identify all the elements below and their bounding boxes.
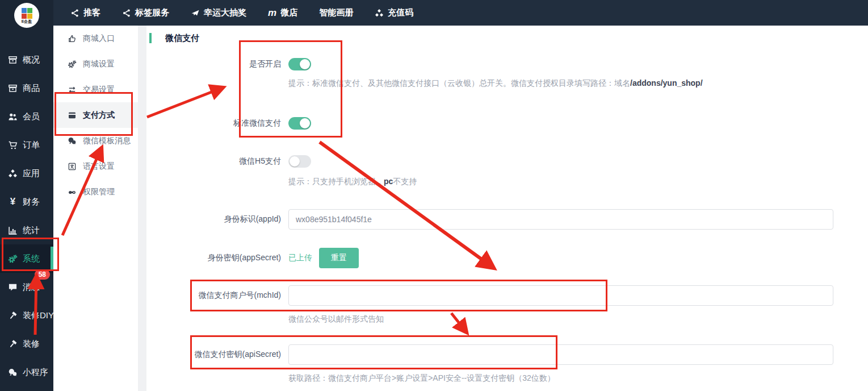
weidian-m-icon: m — [268, 8, 276, 18]
apisecret-hint: 获取路径：微信支付商户平台>账户设置>API安全--设置支付密钥（32位数） — [288, 373, 868, 384]
submenu-label: 权限管理 — [83, 187, 115, 197]
overview-icon — [8, 55, 18, 65]
topnav-tuike[interactable]: 推客 — [70, 7, 100, 18]
mall-entry-icon — [68, 34, 77, 43]
sidebar-item-apps[interactable]: 应用 — [0, 159, 53, 188]
trade-arrows-icon — [68, 85, 77, 94]
hint-text: 获取路径：微信支付商户平台>账户设置>API安全--设置支付密钥（32位数） — [288, 373, 555, 382]
sidebar-item-diy[interactable]: 装修DIY — [0, 301, 53, 330]
language-icon — [68, 162, 77, 171]
standard-pay-toggle[interactable] — [288, 117, 311, 130]
topnav-label: 微店 — [280, 7, 297, 18]
enable-toggle[interactable] — [288, 58, 311, 70]
reset-button[interactable]: 重置 — [319, 248, 359, 268]
standard-pay-row: 标准微信支付 — [146, 117, 868, 130]
topnav-weidian[interactable]: m 微店 — [268, 7, 297, 18]
sidebar-item-orders[interactable]: 订单 — [0, 131, 53, 159]
topnav-recharge-code[interactable]: 充值码 — [375, 7, 413, 18]
h5-pay-row: 微信H5支付 — [146, 155, 868, 168]
hint-text: 不支持 — [393, 177, 417, 186]
sidebar-menu: 概况 商品 会员 订单 应用 ¥ 财务 统计 系统 — [0, 45, 53, 386]
sidebar-item-decorate[interactable]: 装修 — [0, 330, 53, 358]
submenu-label: 语言设置 — [83, 161, 115, 172]
sidebar-item-finance[interactable]: ¥ 财务 — [0, 188, 53, 216]
hint-text: 提示：只支持手机浏览器， — [288, 177, 384, 186]
submenu-item-trade-settings[interactable]: 交易设置 — [53, 77, 138, 102]
mchid-input[interactable] — [288, 285, 833, 306]
toggle-knob — [290, 156, 300, 167]
submenu-label: 商城设置 — [83, 59, 115, 69]
page-title: 微信支付 — [146, 33, 868, 43]
sidebar-item-label: 消息 — [23, 282, 40, 293]
sidebar-item-label: 商品 — [23, 83, 40, 94]
mchid-label: 微信支付商户号(mchId) — [146, 290, 288, 301]
submenu-item-permission[interactable]: 权限管理 — [53, 179, 138, 205]
apps-icon — [8, 169, 18, 178]
main-content: 微信支付 是否开启 提示：标准微信支付、及其他微信支付接口（云收银）总开关。微信… — [146, 26, 868, 391]
toggle-knob — [300, 118, 310, 128]
submenu-label: 交易设置 — [83, 85, 115, 95]
miniprogram-wechat-icon — [8, 368, 18, 377]
topbar: 推客 标签服务 幸运大抽奖 m 微店 智能画册 充值码 — [53, 0, 868, 26]
appsecret-label: 身份密钥(appSecret) — [146, 253, 288, 263]
logo-text: E企盈 — [22, 19, 32, 23]
sidebar-item-label: 概况 — [23, 55, 40, 65]
goods-icon — [8, 84, 18, 93]
sidebar-item-label: 会员 — [23, 111, 40, 122]
diy-hammer-icon — [8, 311, 18, 321]
hint-strong-text: pc — [384, 177, 393, 186]
share-icon — [122, 9, 131, 18]
sidebar-item-label: 应用 — [23, 168, 40, 179]
secondary-sidebar: 商城入口 商城设置 交易设置 支付方式 微信模板消息 语言设置 权限管理 — [53, 26, 138, 391]
appid-input[interactable] — [288, 209, 833, 230]
mchid-hint: 微信公众号以邮件形式告知 — [288, 314, 868, 325]
sidebar-item-label: 装修DIY — [23, 310, 54, 321]
app-logo[interactable]: E企盈 — [14, 3, 39, 28]
hint-text: 微信公众号以邮件形式告知 — [288, 314, 384, 323]
sidebar-item-system[interactable]: 系统 — [0, 244, 53, 273]
sidebar-item-label: 小程序 — [23, 367, 48, 378]
finance-icon: ¥ — [8, 196, 18, 207]
h5-hint: 提示：只支持手机浏览器，pc不支持 — [288, 177, 868, 187]
submenu-label: 支付方式 — [83, 110, 115, 120]
h5-pay-label: 微信H5支付 — [146, 156, 288, 167]
submenu-item-language-settings[interactable]: 语言设置 — [53, 153, 138, 179]
topnav-tag-service[interactable]: 标签服务 — [122, 7, 169, 18]
appid-row: 身份标识(appId) — [146, 209, 868, 230]
sidebar-item-members[interactable]: 会员 — [0, 102, 53, 131]
page-title-text: 微信支付 — [165, 33, 199, 44]
system-gears-icon — [8, 254, 18, 264]
sidebar-item-label: 财务 — [23, 197, 40, 207]
sidebar-item-goods[interactable]: 商品 — [0, 74, 53, 102]
enable-label: 是否开启 — [146, 59, 288, 69]
submenu-item-mall-settings[interactable]: 商城设置 — [53, 51, 138, 77]
sidebar-item-miniprogram[interactable]: 小程序 — [0, 358, 53, 386]
topnav-smart-album[interactable]: 智能画册 — [319, 7, 353, 18]
title-accent-bar — [149, 33, 152, 43]
sidebar-item-label: 统计 — [23, 225, 40, 236]
appsecret-row: 身份密钥(appSecret) 已上传 重置 — [146, 248, 868, 268]
appid-label: 身份标识(appId) — [146, 214, 288, 224]
standard-pay-label: 标准微信支付 — [146, 118, 288, 128]
submenu-item-payment-methods[interactable]: 支付方式 — [53, 102, 138, 128]
h5-pay-toggle[interactable] — [288, 155, 311, 168]
submenu-item-wechat-template[interactable]: 微信模板消息 — [53, 128, 138, 153]
sidebar-item-stats[interactable]: 统计 — [0, 216, 53, 244]
sidebar-item-overview[interactable]: 概况 — [0, 45, 53, 74]
topnav-label: 幸运大抽奖 — [204, 7, 246, 18]
sidebar-item-messages[interactable]: 消息 58 — [0, 273, 53, 301]
sidebar-item-label: 系统 — [23, 253, 40, 264]
lottery-icon — [191, 9, 200, 18]
hint-text: 提示：标准微信支付、及其他微信支付接口（云收银）总开关。微信支付授权目录填写路径… — [288, 78, 630, 88]
recharge-icon — [375, 9, 384, 18]
topnav-label: 标签服务 — [135, 7, 169, 18]
enable-row: 是否开启 — [146, 58, 868, 70]
toggle-knob — [300, 59, 310, 69]
enable-hint: 提示：标准微信支付、及其他微信支付接口（云收银）总开关。微信支付授权目录填写路径… — [288, 78, 868, 89]
apisecret-input[interactable] — [288, 344, 833, 365]
submenu-item-mall-entry[interactable]: 商城入口 — [53, 26, 138, 51]
payment-card-icon — [68, 111, 77, 120]
topnav-lottery[interactable]: 幸运大抽奖 — [191, 7, 246, 18]
topnav-label: 智能画册 — [319, 7, 353, 18]
message-icon — [8, 282, 18, 292]
